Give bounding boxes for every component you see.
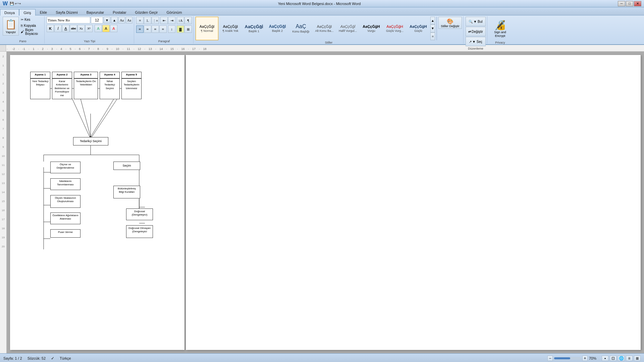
statusbar-right: − + 70% ▪ ⊡ 🌐 ≡ ≣ [547, 356, 641, 361]
zoom-out-button[interactable]: − [547, 356, 553, 361]
tab-postalar[interactable]: Postalar [108, 9, 130, 15]
styles-scroll-up[interactable]: ▲ [430, 17, 435, 24]
draft-button[interactable]: ≣ [634, 356, 641, 361]
format-painter-button[interactable]: 🖌 Biçim Boyacısı [19, 29, 43, 35]
tab-basvurular[interactable]: Başvurular [82, 9, 109, 15]
style-guclu-vurgu[interactable]: AaÇçĞğH Güçlü Vurg... [383, 17, 406, 40]
tab-dosya[interactable]: Dosya [0, 9, 19, 16]
line-spacing-button[interactable]: ↕ [168, 25, 175, 33]
align-left-button[interactable]: ≡ [136, 25, 144, 33]
restore-button[interactable]: □ [626, 1, 633, 6]
cut-button[interactable]: ✂ Kes [19, 17, 43, 22]
underline-button[interactable]: A [62, 25, 69, 32]
outline-button[interactable]: ≡ [626, 356, 633, 361]
paragraf-label: Paragraf [136, 40, 192, 43]
minimize-button[interactable]: ─ [618, 1, 625, 6]
stiller-degistir-button[interactable]: 🎨 Stiller Değiştir [438, 17, 462, 29]
align-center-button[interactable]: ≡ [144, 25, 151, 33]
style-baslik1[interactable]: AaÇçĞğİ Başlık 1 [243, 17, 265, 40]
ruler-corner [0, 45, 6, 52]
view-buttons: ▪ ⊡ 🌐 ≡ ≣ [602, 356, 641, 361]
phase-header-1: Aşama 1 [30, 72, 50, 78]
close-button[interactable]: ✕ [634, 1, 641, 6]
styles-expand[interactable]: ≡ [430, 33, 435, 40]
decrease-indent-button[interactable]: ⇤ [160, 17, 168, 24]
style-baslik2[interactable]: AaÇçĞğİ Başlık 2 [266, 17, 289, 40]
zoom-in-button[interactable]: + [582, 356, 588, 361]
clear-format-button[interactable]: Aa [118, 17, 125, 23]
style-hafif-vurgu[interactable]: AaÇçĞğİ Hafif Vurgul... [336, 17, 359, 40]
tab-giris[interactable]: Giriş [19, 9, 36, 16]
style-konu-basligi[interactable]: AaÇ Konu Başlığı [289, 17, 312, 40]
cut-label: Kes [24, 18, 30, 21]
web-layout-button[interactable]: 🌐 [618, 356, 625, 361]
language: Türkçe [60, 356, 71, 360]
pano-label: Pano [3, 40, 43, 43]
tab-gorunum[interactable]: Görünüm [162, 9, 186, 15]
phase-content-2: Karar Kriterlerini Belirleme ve Formüllü… [52, 78, 72, 99]
align-right-button[interactable]: ≡ [152, 25, 159, 33]
font-size-input[interactable] [91, 17, 103, 23]
styles-scroll-down[interactable]: ▼ [430, 24, 435, 32]
bul-button[interactable]: 🔍 ▼ Bul [466, 17, 486, 26]
subscript-button[interactable]: X₂ [77, 25, 85, 32]
tab-ekle[interactable]: Ekle [36, 9, 51, 15]
highlight-button[interactable]: A [102, 25, 110, 32]
superscript-button[interactable]: X² [85, 25, 93, 32]
shading-button[interactable]: ▓ [177, 25, 184, 33]
full-reading-button[interactable]: ⊡ [610, 356, 616, 361]
bold-button[interactable]: K [47, 25, 54, 32]
titlebar: W 💾 ↩ ↪ Yeni Microsoft Word Belgesi.docx… [0, 0, 644, 7]
strikethrough-button[interactable]: abc [70, 25, 77, 32]
text-effects-button[interactable]: A [95, 25, 102, 32]
bul-label: ▼ Bul [473, 20, 482, 23]
tab-gozden-gec[interactable]: Gözden Geçir [131, 9, 162, 15]
copy-button[interactable]: ⎘ Kopyala [19, 23, 43, 28]
statusbar-left: Sayfa: 1 / 2 Sözcük: 52 ✓ Türkçe [3, 356, 71, 361]
stiller-label: Stiller [196, 41, 462, 44]
multilevel-button[interactable]: ⋮≡ [152, 17, 159, 24]
sec-button[interactable]: ↗ ▼ Seç [466, 37, 486, 46]
left-ruler: 2 1 1 2 3 4 5 6 7 8 9 10 11 12 13 14 15 … [0, 52, 7, 353]
group-stiller: AaÇçĞğİ ¶ Normal AaÇçĞğİ ¶ Aralık Yok Aa… [194, 16, 464, 44]
sign-encrypt-button[interactable]: 🔏 Sign andEncrypt [489, 17, 511, 40]
font-size-increase-button[interactable]: ▲ [111, 17, 118, 23]
ruler-marks: · -2 · -1 · 1 · 2 · 3 · 4 · 5 · 6 · 7 · … [7, 45, 207, 51]
document-page-1[interactable]: Aşama 1 Aşama 2 Aşama 3 Aşama 4 Aşama 5 … [10, 55, 184, 350]
numbering-button[interactable]: 1. [144, 17, 151, 24]
copy-label: Kopyala [24, 24, 36, 27]
document-page-2[interactable] [186, 55, 641, 350]
spell-check-icon: ✓ [51, 356, 54, 361]
tab-sayfa-duzeni[interactable]: Sayfa Düzeni [51, 9, 82, 15]
show-marks-button[interactable]: ¶ [184, 17, 192, 24]
style-aralik-yok[interactable]: AaÇçĞğİ ¶ Aralık Yok [219, 17, 242, 40]
phase-header-4: Aşama 4 [100, 72, 120, 78]
increase-indent-button[interactable]: ⇥ [168, 17, 175, 24]
justify-button[interactable]: ≡ [159, 25, 167, 33]
degistir-button[interactable]: ⇄ Değiştir [466, 27, 486, 36]
sort-button[interactable]: ↕A [177, 17, 184, 24]
paste-button[interactable]: 📋 Yapıştır [3, 17, 19, 36]
divider [436, 17, 437, 40]
phase-content-5: Seçilen Tedarikçilerin İzlenmesi [121, 78, 142, 99]
bullets-button[interactable]: ≡ [136, 17, 144, 24]
group-paragraf: ≡ 1. ⋮≡ ⇤ ⇥ ↕A ¶ ≡ ≡ ≡ ≡ ↕ [135, 16, 194, 44]
phase-content-4: Nihai Tedarikçi Seçimi [100, 78, 120, 99]
case-button[interactable]: Aa [126, 17, 132, 23]
svg-line-1 [72, 99, 91, 139]
font-family-input[interactable] [47, 17, 90, 23]
style-alt-konu[interactable]: AaÇçĞğİ Alt Konu Ba... [313, 17, 336, 40]
dogrusal-box: Doğrusal (Dengeleyici) [126, 208, 153, 220]
borders-button[interactable]: ⊞ [184, 25, 192, 33]
style-vurgu[interactable]: AaÇçĞğH Vurgu [360, 17, 383, 40]
font-size-decrease-button[interactable]: ▼ [104, 17, 110, 23]
style-guclu[interactable]: AaÇçĞğH Güçlü [407, 17, 430, 40]
zoom-slider[interactable] [554, 357, 581, 360]
font-color-button[interactable]: A [110, 25, 117, 32]
styles-panel-icon: 🎨 [447, 18, 453, 24]
format-painter-label: Biçim Boyacısı [25, 28, 43, 36]
italic-button[interactable]: İ [54, 25, 62, 32]
style-normal[interactable]: AaÇçĞğİ ¶ Normal [196, 17, 218, 40]
print-layout-button[interactable]: ▪ [602, 356, 608, 361]
document-container: Aşama 1 Aşama 2 Aşama 3 Aşama 4 Aşama 5 … [7, 52, 644, 353]
